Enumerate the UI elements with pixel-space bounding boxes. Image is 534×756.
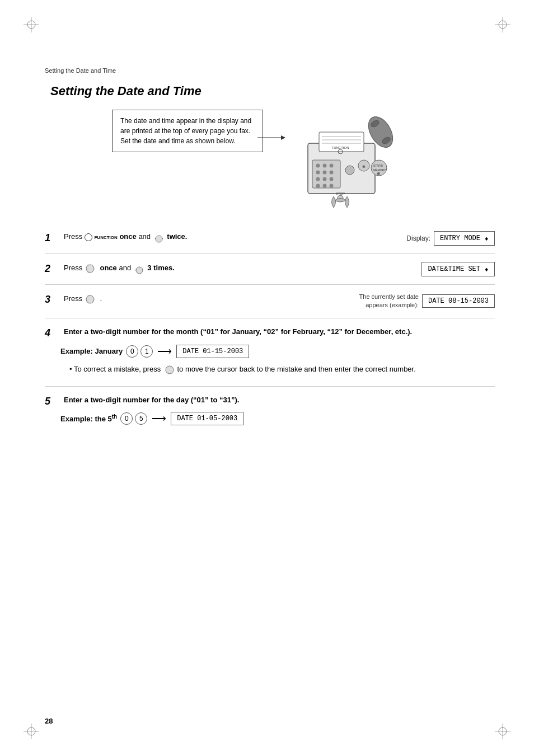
step-2-display-value: DATE&TIME SET <box>428 265 480 273</box>
svg-marker-13 <box>281 135 285 140</box>
step-1-content: Press FUNCTION once and twice. <box>64 231 395 243</box>
step-2-content: Press once and 3 times. <box>64 262 410 275</box>
step-4-number: 4 <box>45 327 60 339</box>
step-4-example-row: Example: January 0 1 ⟶ DATE 01-15-2003 <box>60 345 495 358</box>
step-1: 1 Press FUNCTION once and twice. Display… <box>45 223 495 254</box>
step-5-arrow: ⟶ <box>152 412 166 425</box>
svg-point-50 <box>166 366 174 374</box>
step-3-display-note: The currently set date appears (example)… <box>359 293 419 310</box>
step-1-display-label: Display: <box>406 234 430 242</box>
key-1-btn: 1 <box>140 345 153 358</box>
nav-right-icon <box>85 262 98 275</box>
svg-point-22 <box>330 164 334 168</box>
step-3-display-box: DATE 08-15-2003 <box>422 294 495 308</box>
step-4-example-label: Example: January <box>60 347 123 355</box>
step-5-main-text: Enter a two-digit number for the day (“0… <box>64 395 239 406</box>
key-0-btn-5: 0 <box>120 412 133 425</box>
function-label: FUNCTION <box>94 235 117 240</box>
step-1-display-box: ENTRY MODE ⬧ <box>434 231 495 246</box>
svg-point-30 <box>323 184 327 188</box>
step-5-example: Example: the 5th 0 5 ⟶ DATE 01-05-2003 <box>45 407 495 428</box>
step-5-example-row: Example: the 5th 0 5 ⟶ DATE 01-05-2003 <box>60 412 495 425</box>
key-5-btn: 5 <box>135 412 147 425</box>
step-3-text: Press . <box>64 294 102 303</box>
step-4-example: Example: January 0 1 ⟶ DATE 01-15-2003 •… <box>45 339 495 378</box>
step-5-example-label: Example: the 5th <box>60 414 117 423</box>
svg-point-31 <box>330 184 334 188</box>
svg-text:FUNCTION: FUNCTION <box>332 146 349 149</box>
step-3-content: Press . <box>64 293 348 306</box>
steps-area: 1 Press FUNCTION once and twice. Display… <box>45 223 495 435</box>
step-5-superscript: th <box>112 414 117 420</box>
svg-point-48 <box>136 267 143 274</box>
function-circle-icon <box>85 233 92 241</box>
fax-machine-illustration: ⊕ START/ MEMORY ⊕ FUNCTION STOP <box>291 104 403 216</box>
step-5-display-box: DATE 01-05-2003 <box>171 412 243 425</box>
step-5-key-0: 0 <box>120 412 133 425</box>
svg-point-49 <box>86 295 94 303</box>
page-number: 28 <box>45 717 53 725</box>
step-5: 5 Enter a two-digit number for the day (… <box>45 387 495 435</box>
svg-point-46 <box>156 236 162 242</box>
svg-point-24 <box>323 171 327 175</box>
svg-text:STOP: STOP <box>336 192 345 195</box>
step-2-display-area: DATE&TIME SET ⬧ <box>421 262 495 276</box>
step-2: 2 Press once and 3 times. <box>45 254 495 285</box>
svg-point-20 <box>316 164 320 168</box>
step-3-number: 3 <box>45 294 60 306</box>
step-4-main-text: Enter a two-digit number for the month (… <box>64 326 412 337</box>
nav-right2-icon <box>85 293 98 306</box>
key-0-btn: 0 <box>126 345 138 358</box>
step-2-number: 2 <box>45 263 60 275</box>
breadcrumb: Setting the Date and Time <box>45 67 495 74</box>
svg-point-28 <box>330 177 334 181</box>
svg-point-26 <box>316 177 320 181</box>
nav-up-icon <box>153 231 165 243</box>
step-4-key-0: 0 <box>126 345 138 358</box>
step-3-note-line1: The currently set date <box>359 293 419 300</box>
svg-point-27 <box>323 177 327 181</box>
step-3-note-line2: appears (example): <box>366 302 419 308</box>
svg-text:⊕: ⊕ <box>362 165 366 168</box>
step-4-header: 4 Enter a two-digit number for the month… <box>45 326 495 339</box>
step-2-text: Press once and 3 times. <box>64 264 175 272</box>
step-1-display-arrow: ⬧ <box>484 234 489 243</box>
callout-box: The date and time appear in the display … <box>112 110 263 152</box>
step-4: 4 Enter a two-digit number for the month… <box>45 318 495 387</box>
step-3: 3 Press . The currently set date appears… <box>45 285 495 318</box>
step-3-display-area: The currently set date appears (example)… <box>359 293 495 310</box>
svg-text:⊕: ⊕ <box>377 171 381 176</box>
svg-rect-19 <box>312 160 340 188</box>
page-title: Setting the Date and Time <box>50 84 495 98</box>
back-btn-icon <box>163 364 175 376</box>
nav-up2-icon <box>133 262 146 275</box>
svg-point-21 <box>323 164 327 168</box>
svg-point-32 <box>345 166 354 175</box>
svg-point-23 <box>316 171 320 175</box>
step-5-example-text: Example: the 5 <box>60 415 112 423</box>
svg-text:START/: START/ <box>373 164 383 167</box>
step-4-key-1: 1 <box>140 345 153 358</box>
step-3-display-value: DATE 08-15-2003 <box>428 297 489 305</box>
step-5-header: 5 Enter a two-digit number for the day (… <box>45 395 495 407</box>
svg-point-25 <box>330 171 334 175</box>
step-4-display-box: DATE 01-15-2003 <box>176 345 249 358</box>
svg-point-47 <box>86 265 94 273</box>
step-5-number: 5 <box>45 396 60 407</box>
callout-arrow <box>257 132 285 143</box>
step-4-arrow: ⟶ <box>157 345 172 358</box>
step-1-display-area: Display: ENTRY MODE ⬧ <box>406 231 495 246</box>
svg-point-29 <box>316 184 320 188</box>
step-4-bullet: • To correct a mistake, press to move th… <box>69 364 495 376</box>
step-5-key-5: 5 <box>135 412 147 425</box>
step-2-display-arrow: ⬧ <box>484 265 489 274</box>
step-1-number: 1 <box>45 232 60 244</box>
step-1-display-value: ENTRY MODE <box>440 234 480 242</box>
step-1-text: Press FUNCTION once and twice. <box>64 232 187 241</box>
step-2-display-box: DATE&TIME SET ⬧ <box>421 262 495 276</box>
